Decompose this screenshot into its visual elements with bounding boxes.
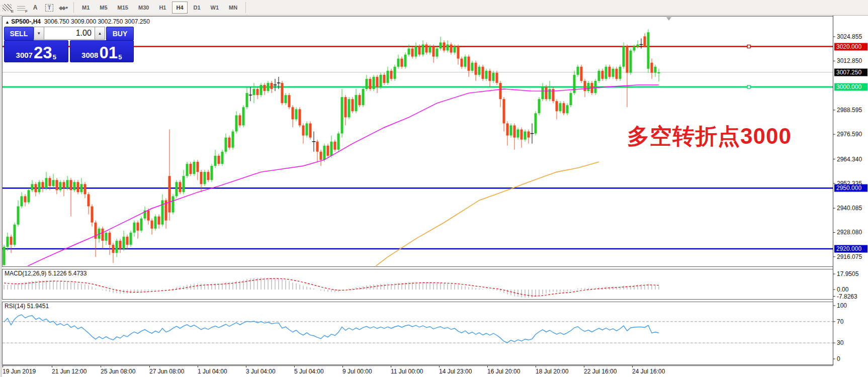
candle-body (366, 79, 368, 89)
candle-body (14, 225, 16, 245)
candle-body (235, 115, 238, 131)
timeframe-button-m5[interactable]: M5 (96, 2, 111, 14)
time-tick-label: 3 Jul 04:00 (246, 368, 276, 375)
buy-button[interactable]: BUY (106, 27, 134, 41)
candle-body (454, 47, 456, 53)
candle-body (415, 47, 417, 57)
candle-body (457, 47, 460, 59)
time-tick-label: 24 Jul 16:00 (632, 368, 665, 375)
candle-body (344, 97, 347, 117)
ask-quote[interactable]: 3008015 (70, 40, 134, 62)
macd-label: MACD(12,26,9) 5.1226 5.4733 (5, 270, 86, 277)
bid-big: 23 (34, 45, 52, 60)
candle-body (545, 87, 548, 99)
candle-body (517, 130, 519, 138)
candle-body (503, 99, 505, 123)
candle-body (436, 49, 439, 57)
equidistant-channel-icon[interactable]: E (1, 2, 14, 14)
candle-body (425, 44, 428, 52)
macd-tick-label: 17.9505 (837, 270, 858, 277)
candle-body (221, 152, 224, 164)
candle-body (207, 172, 210, 180)
candle-body (225, 138, 227, 152)
candle-body (116, 241, 118, 253)
candle-body (200, 172, 203, 184)
candle-body (154, 217, 157, 229)
candle-body (334, 142, 336, 150)
candle-body (563, 103, 565, 113)
bid-prefix: 3007 (16, 50, 33, 60)
candle-body (373, 77, 375, 89)
price-tick-label: 2976.590 (837, 131, 862, 138)
candle-body (49, 178, 51, 186)
hline-handle[interactable] (747, 45, 750, 48)
rsi-value: 51.9451 (27, 303, 49, 310)
shapes-dropdown-icon[interactable]: ◆◆▾ (57, 2, 70, 14)
hline-handle[interactable] (747, 85, 750, 88)
candle-body (214, 156, 217, 166)
price-badge-3000: 3000.000 (834, 83, 867, 91)
timeframe-button-m15[interactable]: M15 (114, 2, 132, 14)
candle-body (658, 72, 660, 73)
candle-body (186, 164, 189, 176)
candle-body (485, 71, 488, 79)
candle-body (7, 237, 9, 247)
candle-body (492, 73, 495, 81)
macd-panel (3, 269, 833, 300)
candle-body (147, 211, 150, 221)
candle-body (306, 123, 308, 135)
volume-decrease-button[interactable]: ▼ (34, 27, 44, 40)
sell-button[interactable]: SELL (4, 27, 34, 41)
candle-body (66, 180, 69, 188)
price-tick-label: 2964.340 (837, 156, 862, 163)
volume-input[interactable] (44, 27, 95, 40)
timeframe-button-m1[interactable]: M1 (78, 2, 94, 14)
text-label-icon[interactable]: A (29, 2, 42, 14)
candle-body (341, 97, 343, 133)
candle-body (183, 176, 185, 192)
candle-body (510, 125, 512, 135)
timeframe-button-h4[interactable]: H4 (172, 2, 187, 14)
candle-body (330, 142, 333, 156)
candle-body (327, 146, 329, 156)
bid-quote[interactable]: 3007235 (4, 40, 68, 62)
candle-body (179, 182, 182, 192)
price-badge-3020: 3020.000 (834, 43, 867, 50)
chart-window: ▲ SP500-,H4 3006.750 3009.000 3002.750 3… (0, 16, 868, 377)
candle-body (584, 81, 586, 91)
candle-body (242, 107, 245, 125)
candle-body (91, 206, 94, 222)
candle-body (73, 182, 76, 190)
rsi-panel (3, 302, 833, 365)
fibonacci-retracement-icon[interactable]: F (15, 2, 28, 14)
price-tick-label: 3024.855 (837, 33, 862, 40)
timeframe-button-d1[interactable]: D1 (190, 2, 205, 14)
volume-increase-button[interactable]: ▲ (95, 27, 105, 40)
candle-body (285, 95, 287, 103)
candle-body (383, 75, 386, 83)
candle-body (359, 95, 361, 105)
collapse-triangle-icon[interactable]: ▲ (5, 20, 10, 25)
candle-body (556, 101, 558, 111)
candle-body (499, 83, 502, 99)
textbox-icon[interactable]: T (43, 2, 56, 14)
candle-body (478, 67, 481, 75)
candle-body (535, 113, 537, 133)
timeframe-button-m30[interactable]: M30 (134, 2, 153, 14)
time-tick-label: 21 Jun 12:00 (52, 368, 86, 375)
timeframe-button-h1[interactable]: H1 (155, 2, 170, 14)
candle-body (204, 172, 206, 184)
candle-body (637, 44, 639, 46)
candle-body (566, 105, 569, 113)
timeframe-button-mn[interactable]: MN (225, 2, 241, 14)
candle-body (443, 42, 446, 50)
candle-body (623, 47, 625, 67)
toolbar-separator (245, 2, 246, 13)
candle-body (84, 184, 86, 194)
candle-body (63, 182, 65, 188)
candle-body (309, 123, 312, 137)
ask-sup: 5 (118, 54, 122, 60)
toolbar-separator (73, 2, 74, 13)
ask-prefix: 3008 (81, 50, 98, 60)
timeframe-button-w1[interactable]: W1 (207, 2, 223, 14)
